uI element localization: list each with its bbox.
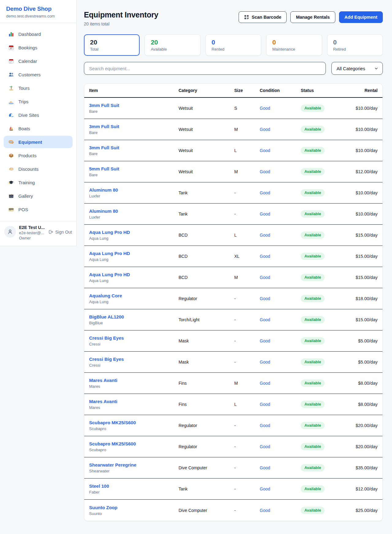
item-brand: Faber [89,490,179,494]
item-name-link[interactable]: Aqua Lung Pro HD [89,230,179,235]
item-name-link[interactable]: Cressi Big Eyes [89,335,179,341]
item-brand: Scubapro [89,448,179,452]
status-badge: Available [301,105,325,112]
equipment-table-body: 3mm Full Suit Bare Wetsuit S Good Availa… [84,98,383,521]
item-brand: Bare [89,130,179,135]
sidebar-item-gallery[interactable]: Gallery [4,190,73,202]
condition-link[interactable]: Good [260,106,301,111]
size-cell: L [234,233,260,238]
scan-barcode-button[interactable]: Scan Barcode [239,11,287,23]
sidebar-item-label: Products [18,153,36,158]
sidebar-item-dive-sites[interactable]: Dive Sites [4,109,73,121]
item-brand: BigBlue [89,321,179,325]
item-name-link[interactable]: Aqualung Core [89,293,179,298]
condition-link[interactable]: Good [260,148,301,153]
condition-link[interactable]: Good [260,338,301,343]
sign-out-button[interactable]: Sign Out [48,229,72,235]
item-cell: Aluminum 80 Luxfer [89,208,179,219]
condition-link[interactable]: Good [260,296,301,301]
stat-card-maintenance[interactable]: 0 Maintenance [266,34,322,56]
sidebar-item-tours[interactable]: Tours [4,82,73,94]
item-name-link[interactable]: 3mm Full Suit [89,103,179,108]
category-cell: BCD [179,233,234,238]
people-icon [8,71,14,78]
sidebar-item-customers[interactable]: Customers [4,68,73,81]
sidebar-item-products[interactable]: Products [4,149,73,162]
sidebar-item-pos[interactable]: POS [4,203,73,216]
search-input[interactable] [84,62,326,75]
stat-card-total[interactable]: 20 Total [84,34,140,56]
item-name-link[interactable]: Cressi Big Eyes [89,357,179,362]
item-name-link[interactable]: Aluminum 80 [89,208,179,214]
status-cell: Available [301,422,350,429]
status-badge: Available [301,168,325,175]
item-name-link[interactable]: Scubapro MK25/S600 [89,441,179,446]
item-brand: Scubapro [89,426,179,431]
condition-link[interactable]: Good [260,190,301,195]
table-row: Aqualung Core Aqua Lung Regulator - Good… [84,288,383,309]
sidebar-item-dashboard[interactable]: Dashboard [4,28,73,40]
condition-link[interactable]: Good [260,127,301,132]
sidebar-item-discounts[interactable]: Discounts [4,163,73,175]
item-name-link[interactable]: Aqua Lung Pro HD [89,272,179,277]
size-cell: - [234,212,260,216]
item-name-link[interactable]: Aqua Lung Pro HD [89,251,179,256]
sidebar-item-boats[interactable]: Boats [4,122,73,135]
item-name-link[interactable]: 3mm Full Suit [89,145,179,150]
condition-link[interactable]: Good [260,465,301,470]
stat-value: 0 [272,39,316,46]
condition-link[interactable]: Good [260,275,301,280]
sidebar-item-bookings[interactable]: 17 Bookings [4,41,73,54]
stat-card-rented[interactable]: 0 Rented [205,34,261,56]
condition-link[interactable]: Good [260,444,301,449]
sidebar-item-label: Tours [18,86,30,91]
stat-card-retired[interactable]: 0 Retired [327,34,383,56]
condition-link[interactable]: Good [260,254,301,259]
page-title: Equipment Inventory [84,10,158,19]
category-select[interactable]: All Categories [331,62,383,75]
item-name-link[interactable]: Scubapro MK25/S600 [89,420,179,425]
sign-out-icon [48,229,53,235]
condition-link[interactable]: Good [260,360,301,364]
category-cell: Torch/Light [179,317,234,322]
item-name-link[interactable]: 3mm Full Suit [89,124,179,129]
item-brand: Mares [89,405,179,410]
item-name-link[interactable]: BigBlue AL1200 [89,314,179,319]
header-actions: Scan Barcode Manage Rentals Add Equipmen… [239,11,383,23]
status-badge: Available [301,189,325,196]
sidebar-item-training[interactable]: Training [4,176,73,189]
sidebar-item-label: Trips [18,99,28,104]
stat-card-available[interactable]: 20 Available [145,34,200,56]
sidebar-item-trips[interactable]: Trips [4,95,73,108]
condition-link[interactable]: Good [260,508,301,513]
item-name-link[interactable]: Steel 100 [89,483,179,489]
table-row: Cressi Big Eyes Cressi Mask - Good Avail… [84,352,383,373]
condition-link[interactable]: Good [260,317,301,322]
manage-rentals-button[interactable]: Manage Rentals [290,11,335,23]
item-name-link[interactable]: 5mm Full Suit [89,166,179,171]
item-name-link[interactable]: Suunto Zoop [89,505,179,510]
item-name-link[interactable]: Shearwater Peregrine [89,462,179,467]
sidebar-item-calendar[interactable]: Calendar [4,55,73,67]
item-name-link[interactable]: Mares Avanti [89,378,179,383]
item-cell: Scubapro MK25/S600 Scubapro [89,420,179,431]
stat-cards: 20 Total 20 Available 0 Rented 0 Mainten… [84,34,383,56]
equipment-table-card: Item Category Size Condition Status Rent… [84,83,383,521]
sidebar-item-equipment[interactable]: Equipment [4,136,73,148]
condition-link[interactable]: Good [260,381,301,386]
condition-link[interactable]: Good [260,233,301,238]
stat-value: 20 [90,39,134,46]
stat-label: Retired [333,47,377,51]
sailboat-icon [8,125,14,132]
item-name-link[interactable]: Aluminum 80 [89,187,179,193]
avatar [4,226,16,238]
condition-link[interactable]: Good [260,423,301,428]
add-equipment-button[interactable]: Add Equipment [339,11,383,23]
item-cell: 3mm Full Suit Bare [89,145,179,156]
size-cell: M [234,169,260,174]
condition-link[interactable]: Good [260,402,301,407]
condition-link[interactable]: Good [260,169,301,174]
item-name-link[interactable]: Mares Avanti [89,399,179,404]
condition-link[interactable]: Good [260,212,301,216]
condition-link[interactable]: Good [260,486,301,491]
